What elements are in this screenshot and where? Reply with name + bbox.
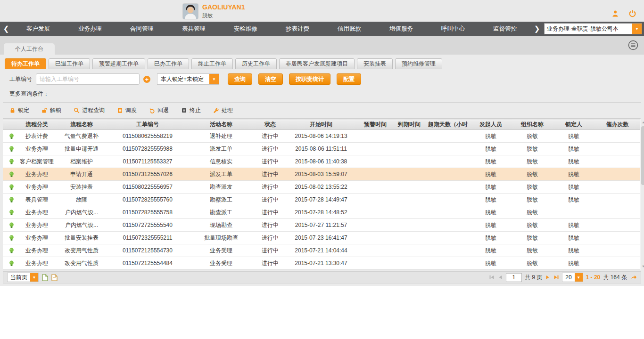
- tool-process[interactable]: 处理: [213, 106, 233, 114]
- cell-urge: [595, 206, 640, 219]
- cell-name: 批量申请开通: [54, 143, 109, 155]
- prev-page-icon[interactable]: [497, 274, 503, 280]
- column-header-7[interactable]: 开始时间: [284, 119, 358, 130]
- nav-forward-chevron-icon[interactable]: ❯: [531, 24, 543, 33]
- role-selector[interactable]: 业务办理-全职责-脱敏公司本 ▼: [544, 23, 642, 34]
- nav-menu: 客户发展业务办理合同管理表具管理安检维修抄表计费信用账款增值服务呼叫中心监督管控: [12, 25, 531, 33]
- table-row[interactable]: 抄表计费气量气费退补0115080625558219退补处理进行中2015-08…: [3, 130, 640, 143]
- next-page-icon[interactable]: [545, 274, 551, 280]
- export-excel-icon[interactable]: [42, 274, 48, 281]
- cell-activity: 业务受理: [186, 244, 256, 257]
- row-status-bulb-icon: [3, 206, 20, 219]
- table-row[interactable]: 业务办理批量安装挂表0115072325555211批量现场勘查进行中2015-…: [3, 232, 640, 244]
- cell-order_no: 0115072825555988: [109, 143, 186, 155]
- page-size-select[interactable]: 20 ▼: [562, 273, 583, 282]
- chevron-down-icon[interactable]: ▼: [209, 74, 219, 84]
- subtab-2[interactable]: 已退工作单: [49, 58, 90, 69]
- subtab-3[interactable]: 预警超期工作单: [92, 58, 145, 69]
- table-row[interactable]: 业务办理改变用气性质0115072125554484业务受理进行中2015-07…: [3, 257, 640, 270]
- tool-terminate[interactable]: 终止: [181, 106, 201, 114]
- window-menu-icon[interactable]: [628, 40, 638, 50]
- tool-unlock[interactable]: 解锁: [41, 106, 61, 114]
- stats-by-duty-button[interactable]: 按职责统计: [289, 73, 330, 85]
- nav-back-chevron-icon[interactable]: ❮: [0, 24, 12, 33]
- table-row[interactable]: 业务办理申请开通0115073125557026派发工单进行中2015-08-0…: [3, 168, 640, 181]
- table-row[interactable]: 业务办理批量申请开通0115072825555988派发工单进行中2015-08…: [3, 143, 640, 155]
- query-button[interactable]: 查询: [228, 73, 252, 85]
- page-mode-select[interactable]: 当前页 ▼: [7, 273, 39, 282]
- table-row[interactable]: 客户档案管理档案维护0115071125553327信息核实进行中2015-08…: [3, 155, 640, 168]
- subtab-9[interactable]: 预约维修管理: [395, 58, 442, 69]
- tab-personal-workspace[interactable]: 个人工作台: [4, 43, 55, 55]
- clear-button[interactable]: 清空: [258, 73, 283, 85]
- table-row[interactable]: 业务办理改变用气性质0115072125554730业务受理进行中2015-07…: [3, 244, 640, 257]
- table-row[interactable]: 业务办理安装挂表0115080225556957勘查派发进行中2015-08-0…: [3, 181, 640, 194]
- table-row[interactable]: 业务办理户内燃气设...0115072725555540现场勘查进行中2015-…: [3, 219, 640, 232]
- table-row[interactable]: 表具管理故障0115072825555760勘察派工进行中2015-07-28 …: [3, 194, 640, 206]
- table-row[interactable]: 业务办理户内燃气设...0115072825555758勘查派工进行中2015-…: [3, 206, 640, 219]
- lock-icon: [9, 107, 16, 113]
- column-header-10[interactable]: 超期天数（小时: [426, 119, 470, 130]
- page-number-input[interactable]: [506, 273, 522, 282]
- scroll-down-icon[interactable]: ▼: [640, 263, 644, 269]
- cell-name: 档案维护: [54, 155, 109, 168]
- cell-initiator: 脱敏: [470, 219, 512, 232]
- subtab-4[interactable]: 已办工作单: [148, 58, 189, 69]
- tool-search[interactable]: 进程查询: [74, 106, 105, 114]
- nav-item-10[interactable]: 监督管控: [490, 25, 520, 33]
- cell-locker: 脱敏: [553, 155, 595, 168]
- scroll-up-icon[interactable]: ▲: [640, 119, 644, 125]
- scrollbar-thumb[interactable]: [641, 126, 644, 185]
- column-header-8[interactable]: 预警时间: [358, 119, 392, 130]
- config-button[interactable]: 配置: [337, 73, 361, 85]
- first-page-icon[interactable]: [489, 274, 495, 280]
- more-conditions-label[interactable]: 更多查询条件：: [9, 90, 49, 97]
- tool-lock[interactable]: 锁定: [9, 106, 29, 114]
- lock-filter-select[interactable]: 本人锁定+未锁定 ▼: [157, 73, 219, 85]
- subtab-1[interactable]: 待办工作单: [5, 58, 46, 69]
- subtab-8[interactable]: 安装挂表: [357, 58, 393, 69]
- subtab-7[interactable]: 非居民客户发展新建项目: [279, 58, 355, 69]
- export-doc-icon[interactable]: [51, 274, 58, 281]
- nav-item-7[interactable]: 信用账款: [335, 25, 364, 33]
- chevron-down-icon[interactable]: ▼: [632, 24, 642, 34]
- go-page-icon[interactable]: [630, 274, 637, 281]
- nav-item-2[interactable]: 业务办理: [75, 25, 105, 33]
- order-no-input[interactable]: [36, 73, 140, 85]
- column-header-11[interactable]: 发起人员: [470, 119, 512, 130]
- nav-item-4[interactable]: 表具管理: [179, 25, 208, 33]
- column-header-6[interactable]: 状态: [256, 119, 284, 130]
- column-header-13[interactable]: 锁定人: [553, 119, 595, 130]
- add-condition-icon[interactable]: +: [143, 76, 150, 83]
- last-page-icon[interactable]: [553, 274, 559, 280]
- column-header-5[interactable]: 活动名称: [186, 119, 256, 130]
- subtab-6[interactable]: 历史工作单: [235, 58, 277, 69]
- cell-overdue: [426, 181, 470, 194]
- nav-item-3[interactable]: 合同管理: [127, 25, 157, 33]
- column-header-1[interactable]: [3, 119, 20, 130]
- user-profile-icon[interactable]: [611, 10, 619, 17]
- cell-org: 脱敏: [512, 232, 553, 244]
- column-header-3[interactable]: 流程名称: [54, 119, 109, 130]
- nav-item-8[interactable]: 增值服务: [387, 25, 416, 33]
- user-block[interactable]: GAOLIUYAN1 脱敏: [183, 3, 245, 19]
- column-header-12[interactable]: 组织名称: [512, 119, 553, 130]
- nav-item-1[interactable]: 客户发展: [24, 25, 53, 33]
- column-header-2[interactable]: 流程分类: [20, 119, 54, 130]
- tool-dispatch[interactable]: 调度: [117, 106, 137, 114]
- column-header-14[interactable]: 催办次数: [595, 119, 640, 130]
- nav-item-9[interactable]: 呼叫中心: [438, 25, 468, 33]
- chevron-down-icon[interactable]: ▼: [575, 273, 583, 282]
- nav-item-5[interactable]: 安检维修: [231, 25, 260, 33]
- chevron-down-icon[interactable]: ▼: [30, 273, 38, 282]
- order-no-label: 工单编号: [9, 75, 32, 83]
- cell-initiator: 脱敏: [470, 130, 512, 143]
- tool-rollback[interactable]: 回退: [149, 106, 169, 114]
- logout-power-icon[interactable]: [628, 9, 636, 17]
- table-scrollbar[interactable]: ▲ ▼: [640, 119, 641, 270]
- subtab-5[interactable]: 终止工作单: [191, 58, 233, 69]
- column-header-4[interactable]: 工单编号: [109, 119, 186, 130]
- nav-item-6[interactable]: 抄表计费: [283, 25, 312, 33]
- column-header-9[interactable]: 到期时间: [392, 119, 426, 130]
- cell-category: 业务办理: [20, 181, 54, 194]
